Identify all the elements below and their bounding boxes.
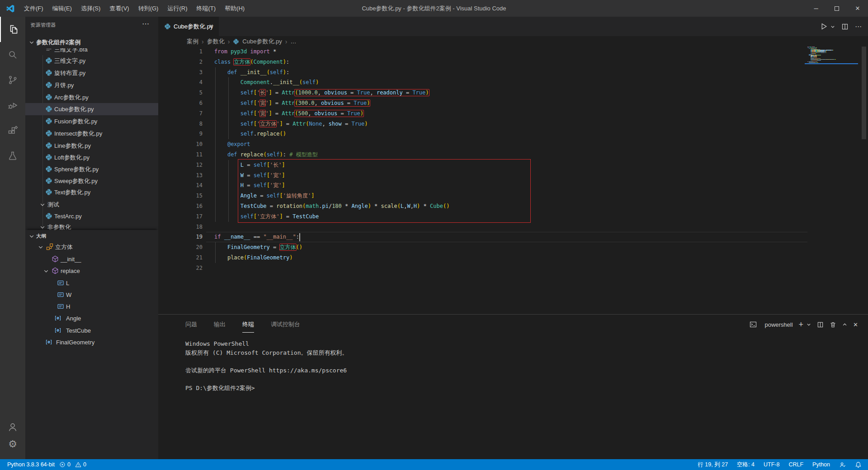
- line-number[interactable]: 21: [176, 253, 203, 263]
- new-terminal-icon[interactable]: +: [799, 320, 804, 329]
- line-number[interactable]: 8: [176, 119, 203, 129]
- breadcrumb-item[interactable]: 案例: [187, 38, 198, 46]
- outline-item-FinalGeometry[interactable]: FinalGeometry: [25, 336, 158, 348]
- code-line-2[interactable]: 2class 立方体(Component):: [158, 57, 868, 67]
- code-line-15[interactable]: 15 Angle = self['旋转角度']: [158, 191, 868, 201]
- file-Sphere参数化.py[interactable]: Sphere参数化.py: [25, 163, 158, 175]
- line-number[interactable]: 10: [176, 139, 203, 150]
- line-number[interactable]: 6: [176, 98, 203, 108]
- breadcrumb-item[interactable]: Cube参数化.py: [242, 38, 282, 46]
- source-control-icon[interactable]: [0, 67, 25, 93]
- panel-tab-问题[interactable]: 问题: [185, 320, 197, 329]
- code-line-10[interactable]: 10 @export: [158, 139, 868, 150]
- code-line-11[interactable]: 11 def replace(self): # 模型造型: [158, 150, 868, 160]
- line-number[interactable]: 18: [176, 222, 203, 232]
- line-number[interactable]: 7: [176, 108, 203, 119]
- eol[interactable]: CRLF: [788, 461, 803, 468]
- code-line-16[interactable]: 16 TestCube = rotation(math.pi/180 * Ang…: [158, 201, 868, 212]
- outline-item-L[interactable]: L: [25, 277, 158, 289]
- outline-item-H[interactable]: H: [25, 301, 158, 313]
- tab-close-icon[interactable]: ✕: [207, 22, 215, 30]
- line-number[interactable]: 3: [176, 67, 203, 78]
- line-number[interactable]: 22: [176, 263, 203, 273]
- more-actions-icon[interactable]: ⋯: [855, 23, 862, 31]
- code-line-12[interactable]: 12 L = self['长']: [158, 160, 868, 170]
- code-line-7[interactable]: 7 self['宽'] = Attr(500, obvious = True): [158, 108, 868, 119]
- panel-tab-调试控制台[interactable]: 调试控制台: [271, 320, 300, 329]
- cursor-position[interactable]: 行 19, 列 27: [698, 461, 728, 469]
- language-mode[interactable]: Python: [812, 461, 830, 468]
- code-line-17[interactable]: 17 self['立方体'] = TestCube: [158, 212, 868, 222]
- file-Loft参数化.py[interactable]: Loft参数化.py: [25, 151, 158, 164]
- account-icon[interactable]: [0, 418, 25, 436]
- outline-item-replace[interactable]: replace: [25, 265, 158, 277]
- menu-转到G[interactable]: 转到(G): [134, 0, 163, 17]
- outline-section-header[interactable]: 大纲: [25, 230, 158, 242]
- menu-终端T[interactable]: 终端(T): [192, 0, 220, 17]
- line-number[interactable]: 11: [176, 150, 203, 160]
- editor-scrollbar[interactable]: [862, 47, 866, 139]
- line-number[interactable]: 20: [176, 242, 203, 253]
- panel-tab-终端[interactable]: 终端: [242, 320, 254, 329]
- search-icon[interactable]: [0, 42, 25, 67]
- code-line-6[interactable]: 6 self['宽'] = Attr(300.0, obvious = True…: [158, 98, 868, 108]
- line-number[interactable]: 1: [176, 47, 203, 57]
- breadcrumb-item[interactable]: …: [290, 38, 296, 45]
- feedback-icon[interactable]: [839, 461, 846, 468]
- line-number[interactable]: 9: [176, 129, 203, 139]
- line-number[interactable]: 13: [176, 170, 203, 181]
- file-Line参数化.py[interactable]: Line参数化.py: [25, 140, 158, 152]
- terminal-shell-label[interactable]: powershell: [764, 321, 793, 328]
- code-line-5[interactable]: 5 self['长'] = Attr(1000.0, obvious = Tru…: [158, 88, 868, 98]
- file-TestArc.py[interactable]: TestArc.py: [25, 210, 158, 222]
- split-editor-icon[interactable]: [841, 23, 849, 30]
- code-line-4[interactable]: 4 Component.__init__(self): [158, 77, 868, 88]
- code-line-1[interactable]: 1from pyp3d import *: [158, 47, 868, 57]
- code-line-20[interactable]: 20 FinalGeometry = 立方体(): [158, 242, 868, 253]
- code-line-14[interactable]: 14 H = self['宽']: [158, 180, 868, 191]
- line-number[interactable]: 4: [176, 77, 203, 88]
- settings-gear-icon[interactable]: ⚙: [0, 436, 25, 453]
- menu-运行R[interactable]: 运行(R): [163, 0, 192, 17]
- python-interpreter-status[interactable]: Python 3.8.3 64-bit: [7, 461, 55, 468]
- code-line-22[interactable]: 22: [158, 263, 868, 273]
- explorer-icon[interactable]: [0, 17, 25, 42]
- notifications-bell-icon[interactable]: [855, 461, 862, 468]
- split-terminal-icon[interactable]: [817, 321, 824, 328]
- code-line-18[interactable]: 18: [158, 222, 868, 232]
- code-line-21[interactable]: 21 place(FinalGeometry): [158, 253, 868, 263]
- code-line-9[interactable]: 9 self.replace(): [158, 129, 868, 139]
- menu-查看V[interactable]: 查看(V): [105, 0, 133, 17]
- outline-item-立方体[interactable]: 立方体: [25, 241, 158, 253]
- code-line-3[interactable]: 3 def __init__(self):: [158, 67, 868, 78]
- indentation[interactable]: 空格: 4: [737, 461, 755, 469]
- file-Cube参数化.py[interactable]: Cube参数化.py: [25, 103, 158, 115]
- more-actions-icon[interactable]: ⋯: [142, 19, 149, 28]
- file-旋转布置.py[interactable]: 旋转布置.py: [25, 67, 158, 79]
- menu-编辑E[interactable]: 编辑(E): [48, 0, 76, 17]
- problems-status[interactable]: 0 0: [59, 461, 86, 468]
- line-number[interactable]: 15: [176, 191, 203, 201]
- test-beaker-icon[interactable]: [0, 143, 25, 169]
- line-number[interactable]: 19: [176, 232, 203, 242]
- terminal-dropdown-chevron-icon[interactable]: [807, 322, 811, 327]
- file-Fusion参数化.py[interactable]: Fusion参数化.py: [25, 115, 158, 127]
- line-number[interactable]: 16: [176, 201, 203, 212]
- file-月饼.py[interactable]: 月饼.py: [25, 79, 158, 91]
- close-button[interactable]: ✕: [847, 0, 868, 17]
- line-number[interactable]: 2: [176, 57, 203, 67]
- line-number[interactable]: 17: [176, 212, 203, 222]
- code-line-8[interactable]: 8 self['立方体'] = Attr(None, show = True): [158, 119, 868, 129]
- maximize-panel-chevron-icon[interactable]: [842, 322, 847, 327]
- line-number[interactable]: 12: [176, 160, 203, 170]
- maximize-button[interactable]: [826, 0, 847, 17]
- file-Sweep参数化.py[interactable]: Sweep参数化.py: [25, 175, 158, 187]
- outline-item-__init__[interactable]: __init__: [25, 253, 158, 265]
- file-三维文字.py[interactable]: 三维文字.py: [25, 55, 158, 67]
- tab-cube-py[interactable]: Cube参数化.py ✕: [158, 17, 219, 36]
- menu-帮助H[interactable]: 帮助(H): [220, 0, 249, 17]
- breadcrumb-item[interactable]: 参数化: [207, 38, 225, 46]
- line-number[interactable]: 14: [176, 180, 203, 191]
- menu-选择S[interactable]: 选择(S): [76, 0, 105, 17]
- run-python-file-icon[interactable]: [820, 23, 828, 30]
